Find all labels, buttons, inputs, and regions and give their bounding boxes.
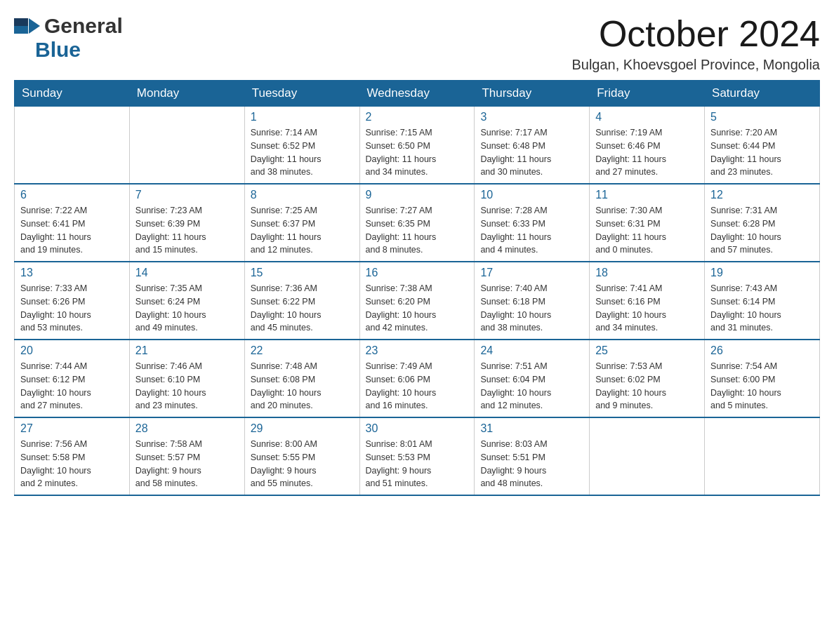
- day-number: 10: [480, 189, 583, 201]
- calendar-cell: 2Sunrise: 7:15 AM Sunset: 6:50 PM Daylig…: [359, 107, 475, 185]
- day-number: 29: [251, 422, 354, 435]
- day-number: 24: [480, 344, 583, 357]
- location: Bulgan, Khoevsgoel Province, Mongolia: [571, 57, 820, 73]
- calendar-cell: 13Sunrise: 7:33 AM Sunset: 6:26 PM Dayli…: [15, 262, 130, 340]
- calendar-cell: 9Sunrise: 7:27 AM Sunset: 6:35 PM Daylig…: [359, 184, 475, 262]
- header-sunday: Sunday: [15, 81, 130, 107]
- logo-blue: Blue: [35, 38, 81, 61]
- day-number: 8: [251, 189, 354, 201]
- day-number: 9: [366, 189, 469, 201]
- day-info: Sunrise: 7:20 AM Sunset: 6:44 PM Dayligh…: [710, 126, 814, 179]
- day-info: Sunrise: 7:41 AM Sunset: 6:16 PM Dayligh…: [595, 282, 699, 335]
- day-number: 25: [595, 344, 699, 357]
- week-row-4: 20Sunrise: 7:44 AM Sunset: 6:12 PM Dayli…: [15, 340, 820, 417]
- day-number: 5: [710, 111, 814, 123]
- day-number: 22: [251, 344, 354, 357]
- calendar-cell: 18Sunrise: 7:41 AM Sunset: 6:16 PM Dayli…: [590, 262, 705, 340]
- calendar-cell: [15, 107, 130, 185]
- calendar-cell: [705, 417, 820, 495]
- day-number: 3: [480, 111, 583, 123]
- day-number: 21: [135, 344, 239, 357]
- calendar-cell: 14Sunrise: 7:35 AM Sunset: 6:24 PM Dayli…: [129, 262, 244, 340]
- logo-general: General: [44, 14, 123, 38]
- day-info: Sunrise: 8:00 AM Sunset: 5:55 PM Dayligh…: [251, 438, 354, 490]
- day-number: 28: [135, 422, 239, 435]
- day-number: 23: [366, 344, 469, 357]
- day-number: 2: [366, 111, 469, 123]
- day-info: Sunrise: 7:40 AM Sunset: 6:18 PM Dayligh…: [480, 282, 583, 335]
- header-saturday: Saturday: [705, 81, 820, 107]
- calendar-cell: 1Sunrise: 7:14 AM Sunset: 6:52 PM Daylig…: [244, 107, 359, 185]
- day-number: 26: [710, 344, 814, 357]
- calendar-cell: 20Sunrise: 7:44 AM Sunset: 6:12 PM Dayli…: [15, 340, 130, 417]
- day-info: Sunrise: 7:33 AM Sunset: 6:26 PM Dayligh…: [20, 282, 124, 335]
- header-friday: Friday: [590, 81, 705, 107]
- calendar-cell: 4Sunrise: 7:19 AM Sunset: 6:46 PM Daylig…: [590, 107, 705, 185]
- day-info: Sunrise: 7:53 AM Sunset: 6:02 PM Dayligh…: [595, 360, 699, 412]
- calendar-cell: 29Sunrise: 8:00 AM Sunset: 5:55 PM Dayli…: [244, 417, 359, 495]
- calendar-header: SundayMondayTuesdayWednesdayThursdayFrid…: [15, 81, 820, 107]
- day-info: Sunrise: 7:38 AM Sunset: 6:20 PM Dayligh…: [366, 282, 469, 335]
- calendar-cell: 11Sunrise: 7:30 AM Sunset: 6:31 PM Dayli…: [590, 184, 705, 262]
- day-info: Sunrise: 7:30 AM Sunset: 6:31 PM Dayligh…: [595, 204, 699, 257]
- calendar-cell: 27Sunrise: 7:56 AM Sunset: 5:58 PM Dayli…: [15, 417, 130, 495]
- day-number: 20: [20, 344, 124, 357]
- calendar-cell: 3Sunrise: 7:17 AM Sunset: 6:48 PM Daylig…: [475, 107, 590, 185]
- calendar-table: SundayMondayTuesdayWednesdayThursdayFrid…: [14, 80, 820, 496]
- logo: General Blue: [14, 14, 123, 62]
- day-number: 6: [20, 189, 124, 201]
- calendar-cell: 30Sunrise: 8:01 AM Sunset: 5:53 PM Dayli…: [359, 417, 475, 495]
- calendar-cell: 22Sunrise: 7:48 AM Sunset: 6:08 PM Dayli…: [244, 340, 359, 417]
- day-info: Sunrise: 7:23 AM Sunset: 6:39 PM Dayligh…: [135, 204, 239, 257]
- header-tuesday: Tuesday: [244, 81, 359, 107]
- day-info: Sunrise: 7:14 AM Sunset: 6:52 PM Dayligh…: [251, 126, 354, 179]
- day-number: 19: [710, 267, 814, 279]
- day-info: Sunrise: 7:51 AM Sunset: 6:04 PM Dayligh…: [480, 360, 583, 412]
- day-number: 1: [251, 111, 354, 123]
- calendar-cell: 12Sunrise: 7:31 AM Sunset: 6:28 PM Dayli…: [705, 184, 820, 262]
- day-info: Sunrise: 8:01 AM Sunset: 5:53 PM Dayligh…: [366, 438, 469, 490]
- day-number: 27: [20, 422, 124, 435]
- calendar-cell: [129, 107, 244, 185]
- day-number: 15: [251, 267, 354, 279]
- calendar-cell: 25Sunrise: 7:53 AM Sunset: 6:02 PM Dayli…: [590, 340, 705, 417]
- calendar-cell: 6Sunrise: 7:22 AM Sunset: 6:41 PM Daylig…: [15, 184, 130, 262]
- page-header: General Blue October 2024 Bulgan, Khoevs…: [14, 14, 820, 73]
- day-info: Sunrise: 7:58 AM Sunset: 5:57 PM Dayligh…: [135, 438, 239, 490]
- day-number: 30: [366, 422, 469, 435]
- day-info: Sunrise: 7:19 AM Sunset: 6:46 PM Dayligh…: [595, 126, 699, 179]
- calendar-cell: 19Sunrise: 7:43 AM Sunset: 6:14 PM Dayli…: [705, 262, 820, 340]
- calendar-cell: 5Sunrise: 7:20 AM Sunset: 6:44 PM Daylig…: [705, 107, 820, 185]
- week-row-5: 27Sunrise: 7:56 AM Sunset: 5:58 PM Dayli…: [15, 417, 820, 495]
- day-info: Sunrise: 7:27 AM Sunset: 6:35 PM Dayligh…: [366, 204, 469, 257]
- calendar-body: 1Sunrise: 7:14 AM Sunset: 6:52 PM Daylig…: [15, 107, 820, 496]
- day-number: 16: [366, 267, 469, 279]
- header-monday: Monday: [129, 81, 244, 107]
- day-number: 14: [135, 267, 239, 279]
- day-info: Sunrise: 7:46 AM Sunset: 6:10 PM Dayligh…: [135, 360, 239, 412]
- day-info: Sunrise: 7:22 AM Sunset: 6:41 PM Dayligh…: [20, 204, 124, 257]
- day-info: Sunrise: 7:43 AM Sunset: 6:14 PM Dayligh…: [710, 282, 814, 335]
- day-number: 7: [135, 189, 239, 201]
- day-info: Sunrise: 7:44 AM Sunset: 6:12 PM Dayligh…: [20, 360, 124, 412]
- calendar-cell: 8Sunrise: 7:25 AM Sunset: 6:37 PM Daylig…: [244, 184, 359, 262]
- day-number: 31: [480, 422, 583, 435]
- day-info: Sunrise: 7:15 AM Sunset: 6:50 PM Dayligh…: [366, 126, 469, 179]
- calendar-cell: 7Sunrise: 7:23 AM Sunset: 6:39 PM Daylig…: [129, 184, 244, 262]
- calendar-cell: [590, 417, 705, 495]
- calendar-cell: 23Sunrise: 7:49 AM Sunset: 6:06 PM Dayli…: [359, 340, 475, 417]
- week-row-2: 6Sunrise: 7:22 AM Sunset: 6:41 PM Daylig…: [15, 184, 820, 262]
- calendar-cell: 15Sunrise: 7:36 AM Sunset: 6:22 PM Dayli…: [244, 262, 359, 340]
- calendar-cell: 28Sunrise: 7:58 AM Sunset: 5:57 PM Dayli…: [129, 417, 244, 495]
- day-info: Sunrise: 7:17 AM Sunset: 6:48 PM Dayligh…: [480, 126, 583, 179]
- day-info: Sunrise: 7:28 AM Sunset: 6:33 PM Dayligh…: [480, 204, 583, 257]
- day-number: 4: [595, 111, 699, 123]
- calendar-cell: 10Sunrise: 7:28 AM Sunset: 6:33 PM Dayli…: [475, 184, 590, 262]
- header-row: SundayMondayTuesdayWednesdayThursdayFrid…: [15, 81, 820, 107]
- week-row-1: 1Sunrise: 7:14 AM Sunset: 6:52 PM Daylig…: [15, 107, 820, 185]
- day-info: Sunrise: 7:31 AM Sunset: 6:28 PM Dayligh…: [710, 204, 814, 257]
- title-section: October 2024 Bulgan, Khoevsgoel Province…: [571, 14, 820, 73]
- day-info: Sunrise: 7:35 AM Sunset: 6:24 PM Dayligh…: [135, 282, 239, 335]
- month-title: October 2024: [571, 14, 820, 54]
- day-info: Sunrise: 7:49 AM Sunset: 6:06 PM Dayligh…: [366, 360, 469, 412]
